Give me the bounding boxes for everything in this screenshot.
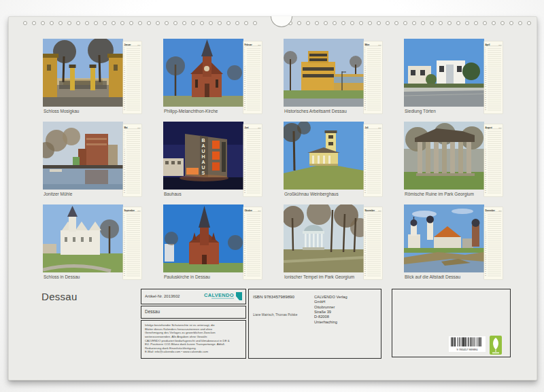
svg-text:H: H (202, 154, 205, 159)
svg-text:8: 8 (244, 227, 245, 228)
binding-hole (359, 21, 363, 25)
photo-arbeitsamt (284, 39, 364, 107)
svg-text:26: 26 (364, 181, 366, 183)
svg-text:9: 9 (485, 229, 486, 230)
photo-caption: Großkühnau Weinberghaus (284, 192, 339, 197)
svg-text:23: 23 (364, 258, 366, 260)
svg-text:September: September (124, 209, 135, 212)
svg-text:19: 19 (485, 84, 486, 85)
svg-text:15: 15 (124, 75, 125, 77)
svg-text:17: 17 (364, 79, 366, 81)
svg-text:20: 20 (124, 86, 125, 87)
svg-text:8: 8 (124, 144, 124, 145)
svg-text:26: 26 (364, 264, 366, 266)
svg-text:24: 24 (485, 260, 486, 262)
svg-text:11: 11 (124, 233, 125, 234)
date-column-januar: Januar2024123456789101112131415161718192… (123, 41, 141, 113)
svg-text:4: 4 (244, 136, 245, 137)
svg-text:29: 29 (244, 105, 245, 106)
svg-text:9 783457 989890: 9 783457 989890 (456, 348, 478, 351)
svg-text:21: 21 (485, 88, 486, 90)
svg-text:1: 1 (244, 213, 245, 214)
svg-text:20: 20 (244, 251, 245, 253)
svg-text:20: 20 (124, 251, 125, 253)
svg-text:29: 29 (364, 188, 366, 189)
svg-text:4: 4 (244, 53, 245, 54)
svg-text:26: 26 (485, 264, 486, 266)
date-column-august: August2024123456789101112131415161718192… (484, 124, 503, 196)
svg-text:22: 22 (244, 173, 245, 175)
svg-text:21: 21 (364, 171, 366, 173)
svg-text:März: März (365, 43, 370, 46)
svg-text:9: 9 (124, 63, 124, 65)
svg-text:13: 13 (364, 71, 366, 73)
photo-caption: Siedlung Törten (405, 109, 436, 114)
binding-hole (191, 21, 195, 25)
svg-text:2: 2 (124, 49, 124, 50)
svg-text:2: 2 (485, 132, 486, 133)
svg-text:29: 29 (364, 270, 366, 272)
svg-text:17: 17 (364, 162, 366, 164)
svg-text:3: 3 (364, 217, 365, 218)
svg-text:6: 6 (244, 223, 245, 224)
svg-text:8: 8 (485, 61, 486, 63)
binding-hole (23, 21, 27, 25)
binding-hole (333, 21, 337, 25)
svg-text:19: 19 (244, 249, 245, 251)
svg-text:29: 29 (124, 105, 125, 106)
svg-text:23: 23 (364, 175, 366, 177)
svg-text:21: 21 (124, 171, 125, 173)
svg-text:31: 31 (124, 109, 125, 110)
svg-text:16: 16 (124, 160, 125, 162)
svg-text:4: 4 (364, 219, 365, 220)
svg-text:23: 23 (485, 258, 486, 260)
svg-text:6: 6 (244, 57, 245, 58)
date-column-oktober: Oktober202412345678910111213141516171819… (243, 207, 262, 279)
svg-text:28: 28 (244, 103, 245, 104)
svg-text:18: 18 (364, 247, 366, 249)
svg-text:29: 29 (485, 270, 486, 272)
photo-ruine (404, 122, 484, 190)
svg-text:9: 9 (244, 146, 245, 147)
binding-hole (421, 21, 425, 25)
svg-text:B: B (202, 138, 205, 143)
svg-text:18: 18 (364, 164, 366, 166)
svg-text:13: 13 (485, 237, 486, 238)
svg-text:12: 12 (485, 69, 486, 71)
svg-text:13: 13 (124, 237, 125, 238)
photo-tempel (284, 204, 364, 272)
svg-text:27: 27 (124, 183, 125, 185)
svg-text:5: 5 (364, 138, 365, 139)
binding-hole (120, 21, 124, 25)
svg-text:9: 9 (485, 63, 486, 65)
svg-text:25: 25 (244, 96, 245, 98)
svg-text:5: 5 (485, 221, 486, 222)
svg-text:19: 19 (364, 84, 366, 85)
svg-text:28: 28 (124, 103, 125, 104)
svg-text:22: 22 (485, 256, 486, 257)
svg-text:5: 5 (124, 55, 124, 56)
svg-text:3: 3 (485, 217, 486, 218)
binding-hole (456, 21, 460, 25)
svg-text:25: 25 (124, 262, 125, 264)
svg-text:1: 1 (485, 47, 486, 48)
svg-text:10: 10 (364, 231, 366, 232)
svg-text:24: 24 (244, 94, 245, 96)
svg-text:21: 21 (244, 254, 245, 255)
svg-text:29: 29 (244, 188, 245, 189)
svg-text:23: 23 (364, 92, 366, 94)
svg-text:9: 9 (244, 229, 245, 230)
svg-text:6: 6 (124, 140, 124, 141)
svg-text:24: 24 (124, 177, 125, 179)
svg-text:26: 26 (485, 181, 486, 183)
svg-text:8: 8 (364, 61, 365, 63)
svg-text:15: 15 (244, 75, 245, 77)
date-column-september: September2024123456789101112131415161718… (123, 207, 141, 279)
svg-text:25: 25 (485, 179, 486, 181)
binding-hole (94, 21, 98, 25)
svg-text:24: 24 (364, 260, 366, 262)
month-card-april: April20241234567891011121314151617181920… (404, 39, 503, 115)
svg-text:24: 24 (485, 94, 486, 96)
svg-text:27: 27 (124, 101, 125, 102)
month-card-februar: Februar202412345678910111213141516171819… (163, 39, 262, 115)
